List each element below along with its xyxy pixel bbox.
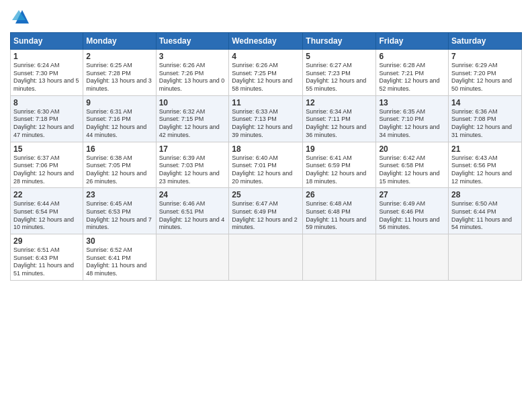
col-header-wednesday: Wednesday (229, 33, 303, 50)
cell-info: Sunrise: 6:51 AM Sunset: 6:43 PM Dayligh… (13, 246, 80, 278)
cell-info: Sunrise: 6:26 AM Sunset: 7:26 PM Dayligh… (159, 62, 226, 93)
day-cell: 3 Sunrise: 6:26 AM Sunset: 7:26 PM Dayli… (156, 50, 229, 96)
day-cell: 29 Sunrise: 6:51 AM Sunset: 6:43 PM Dayl… (11, 234, 83, 281)
day-number: 15 (13, 144, 80, 154)
cell-info: Sunrise: 6:30 AM Sunset: 7:18 PM Dayligh… (13, 108, 80, 140)
cell-info: Sunrise: 6:24 AM Sunset: 7:30 PM Dayligh… (13, 62, 80, 93)
day-cell: 21 Sunrise: 6:43 AM Sunset: 6:56 PM Dayl… (449, 142, 522, 188)
col-header-tuesday: Tuesday (156, 33, 229, 50)
day-number: 8 (13, 98, 80, 107)
cell-info: Sunrise: 6:49 AM Sunset: 6:46 PM Dayligh… (379, 200, 445, 232)
day-number: 25 (232, 190, 300, 199)
day-cell: 17 Sunrise: 6:39 AM Sunset: 7:03 PM Dayl… (156, 142, 229, 188)
day-cell: 15 Sunrise: 6:37 AM Sunset: 7:06 PM Dayl… (11, 142, 83, 188)
calendar-table: SundayMondayTuesdayWednesdayThursdayFrid… (10, 32, 522, 281)
day-cell (229, 234, 303, 281)
day-cell: 14 Sunrise: 6:36 AM Sunset: 7:08 PM Dayl… (449, 95, 522, 142)
cell-info: Sunrise: 6:26 AM Sunset: 7:25 PM Dayligh… (232, 62, 300, 93)
col-header-monday: Monday (83, 33, 156, 50)
cell-info: Sunrise: 6:50 AM Sunset: 6:44 PM Dayligh… (451, 200, 519, 232)
day-cell (156, 234, 229, 281)
day-cell: 30 Sunrise: 6:52 AM Sunset: 6:41 PM Dayl… (83, 234, 156, 281)
col-header-friday: Friday (376, 33, 449, 50)
cell-info: Sunrise: 6:27 AM Sunset: 7:23 PM Dayligh… (306, 62, 373, 93)
day-cell (303, 234, 376, 281)
day-cell: 10 Sunrise: 6:32 AM Sunset: 7:15 PM Dayl… (156, 95, 229, 142)
day-cell: 22 Sunrise: 6:44 AM Sunset: 6:54 PM Dayl… (11, 188, 83, 234)
cell-info: Sunrise: 6:40 AM Sunset: 7:01 PM Dayligh… (232, 154, 300, 186)
day-number: 6 (379, 52, 445, 61)
cell-info: Sunrise: 6:45 AM Sunset: 6:53 PM Dayligh… (86, 200, 152, 232)
day-number: 12 (306, 98, 373, 107)
day-cell: 26 Sunrise: 6:48 AM Sunset: 6:48 PM Dayl… (303, 188, 376, 234)
day-number: 4 (232, 52, 300, 61)
col-header-sunday: Sunday (11, 33, 83, 50)
day-number: 30 (86, 236, 152, 246)
day-number: 22 (13, 190, 80, 199)
cell-info: Sunrise: 6:35 AM Sunset: 7:10 PM Dayligh… (379, 108, 445, 140)
day-number: 27 (379, 190, 445, 199)
logo-icon (12, 7, 32, 27)
day-cell: 1 Sunrise: 6:24 AM Sunset: 7:30 PM Dayli… (11, 50, 83, 96)
day-number: 23 (86, 190, 152, 199)
week-row-1: 1 Sunrise: 6:24 AM Sunset: 7:30 PM Dayli… (11, 50, 522, 96)
day-number: 28 (451, 190, 519, 199)
day-cell: 24 Sunrise: 6:46 AM Sunset: 6:51 PM Dayl… (156, 188, 229, 234)
day-cell: 9 Sunrise: 6:31 AM Sunset: 7:16 PM Dayli… (83, 95, 156, 142)
day-number: 14 (451, 98, 519, 107)
week-row-4: 22 Sunrise: 6:44 AM Sunset: 6:54 PM Dayl… (11, 188, 522, 234)
day-cell: 7 Sunrise: 6:29 AM Sunset: 7:20 PM Dayli… (449, 50, 522, 96)
day-number: 17 (159, 144, 226, 154)
logo (10, 7, 32, 27)
day-cell: 27 Sunrise: 6:49 AM Sunset: 6:46 PM Dayl… (376, 188, 449, 234)
day-cell (449, 234, 522, 281)
day-cell: 4 Sunrise: 6:26 AM Sunset: 7:25 PM Dayli… (229, 50, 303, 96)
day-cell: 2 Sunrise: 6:25 AM Sunset: 7:28 PM Dayli… (83, 50, 156, 96)
cell-info: Sunrise: 6:39 AM Sunset: 7:03 PM Dayligh… (159, 154, 226, 186)
day-number: 3 (159, 52, 226, 61)
day-cell: 13 Sunrise: 6:35 AM Sunset: 7:10 PM Dayl… (376, 95, 449, 142)
day-cell (376, 234, 449, 281)
cell-info: Sunrise: 6:38 AM Sunset: 7:05 PM Dayligh… (86, 154, 152, 186)
cell-info: Sunrise: 6:25 AM Sunset: 7:28 PM Dayligh… (86, 62, 152, 93)
day-number: 16 (86, 144, 152, 154)
week-row-3: 15 Sunrise: 6:37 AM Sunset: 7:06 PM Dayl… (11, 142, 522, 188)
day-number: 21 (451, 144, 519, 154)
cell-info: Sunrise: 6:44 AM Sunset: 6:54 PM Dayligh… (13, 200, 80, 232)
day-cell: 5 Sunrise: 6:27 AM Sunset: 7:23 PM Dayli… (303, 50, 376, 96)
cell-info: Sunrise: 6:42 AM Sunset: 6:58 PM Dayligh… (379, 154, 445, 186)
day-cell: 12 Sunrise: 6:34 AM Sunset: 7:11 PM Dayl… (303, 95, 376, 142)
cell-info: Sunrise: 6:47 AM Sunset: 6:49 PM Dayligh… (232, 200, 300, 232)
day-cell: 20 Sunrise: 6:42 AM Sunset: 6:58 PM Dayl… (376, 142, 449, 188)
day-cell: 6 Sunrise: 6:28 AM Sunset: 7:21 PM Dayli… (376, 50, 449, 96)
day-number: 9 (86, 98, 152, 107)
cell-info: Sunrise: 6:52 AM Sunset: 6:41 PM Dayligh… (86, 246, 152, 278)
cell-info: Sunrise: 6:48 AM Sunset: 6:48 PM Dayligh… (306, 200, 373, 232)
page: SundayMondayTuesdayWednesdayThursdayFrid… (0, 0, 532, 411)
day-number: 10 (159, 98, 226, 107)
day-cell: 19 Sunrise: 6:41 AM Sunset: 6:59 PM Dayl… (303, 142, 376, 188)
cell-info: Sunrise: 6:37 AM Sunset: 7:06 PM Dayligh… (13, 154, 80, 186)
cell-info: Sunrise: 6:43 AM Sunset: 6:56 PM Dayligh… (451, 154, 519, 186)
day-number: 26 (306, 190, 373, 199)
day-number: 19 (306, 144, 373, 154)
cell-info: Sunrise: 6:34 AM Sunset: 7:11 PM Dayligh… (306, 108, 373, 140)
day-number: 24 (159, 190, 226, 199)
day-cell: 18 Sunrise: 6:40 AM Sunset: 7:01 PM Dayl… (229, 142, 303, 188)
day-cell: 16 Sunrise: 6:38 AM Sunset: 7:05 PM Dayl… (83, 142, 156, 188)
day-cell: 8 Sunrise: 6:30 AM Sunset: 7:18 PM Dayli… (11, 95, 83, 142)
cell-info: Sunrise: 6:32 AM Sunset: 7:15 PM Dayligh… (159, 108, 226, 140)
day-number: 13 (379, 98, 445, 107)
day-number: 2 (86, 52, 152, 61)
cell-info: Sunrise: 6:29 AM Sunset: 7:20 PM Dayligh… (451, 62, 519, 93)
header-row: SundayMondayTuesdayWednesdayThursdayFrid… (11, 33, 522, 50)
day-cell: 11 Sunrise: 6:33 AM Sunset: 7:13 PM Dayl… (229, 95, 303, 142)
cell-info: Sunrise: 6:28 AM Sunset: 7:21 PM Dayligh… (379, 62, 445, 93)
col-header-thursday: Thursday (303, 33, 376, 50)
cell-info: Sunrise: 6:46 AM Sunset: 6:51 PM Dayligh… (159, 200, 226, 232)
cell-info: Sunrise: 6:41 AM Sunset: 6:59 PM Dayligh… (306, 154, 373, 186)
day-number: 18 (232, 144, 300, 154)
day-number: 29 (13, 236, 80, 246)
day-number: 1 (13, 52, 80, 61)
week-row-5: 29 Sunrise: 6:51 AM Sunset: 6:43 PM Dayl… (11, 234, 522, 281)
